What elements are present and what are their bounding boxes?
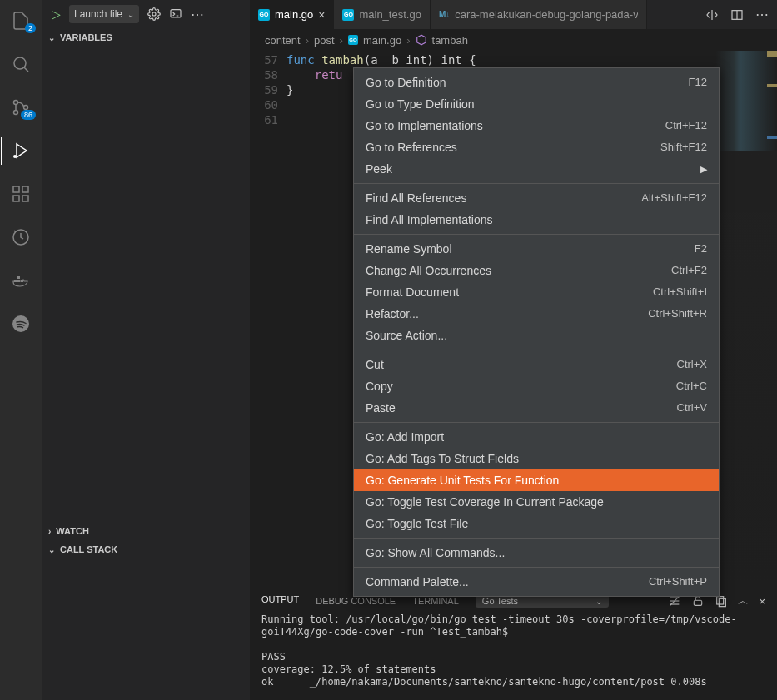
menu-shortcut: F12: [689, 75, 707, 90]
panel-tab-terminal[interactable]: TERMINAL: [412, 596, 459, 606]
watch-section[interactable]: › WATCH: [42, 522, 250, 540]
spotify-icon[interactable]: [1, 310, 41, 338]
panel-tab-output[interactable]: OUTPUT: [261, 594, 299, 608]
menu-item[interactable]: CopyCtrl+C: [354, 375, 719, 397]
menu-item[interactable]: Go: Toggle Test File: [354, 513, 719, 534]
more-icon[interactable]: ⋯: [755, 7, 769, 22]
chevron-up-icon[interactable]: ︿: [738, 593, 749, 608]
more-icon[interactable]: ⋯: [191, 7, 204, 22]
function-icon: [416, 34, 427, 46]
output-body[interactable]: Running tool: /usr/local/go/bin/go test …: [250, 613, 777, 700]
timeline-icon[interactable]: [1, 223, 41, 251]
svg-rect-26: [717, 597, 724, 604]
svg-rect-15: [17, 276, 20, 279]
svg-rect-7: [13, 186, 19, 192]
menu-item[interactable]: Find All Implementations: [354, 209, 719, 231]
chevron-down-icon: ⌄: [48, 545, 55, 554]
menu-item[interactable]: Go: Add Tags To Struct Fields: [354, 448, 719, 469]
menu-item[interactable]: Format DocumentCtrl+Shift+I: [354, 281, 719, 303]
crumb[interactable]: main.go: [363, 34, 401, 47]
menu-item-label: Find All References: [366, 191, 466, 206]
svg-rect-25: [695, 600, 702, 605]
docker-icon[interactable]: [1, 266, 41, 295]
menu-item-label: Copy: [366, 379, 393, 394]
menu-item[interactable]: Go to Type Definition: [354, 93, 719, 115]
menu-item[interactable]: Go: Generate Unit Tests For Function: [354, 469, 719, 491]
tab-main-test-go[interactable]: GO main_test.go: [334, 0, 430, 29]
svg-point-0: [14, 57, 26, 69]
run-debug-icon[interactable]: [1, 137, 41, 165]
debug-toolbar: ▷ Launch file ⌄ ⋯: [42, 0, 250, 28]
crumb[interactable]: content: [265, 34, 301, 47]
menu-item-label: Go: Toggle Test File: [366, 516, 468, 531]
menu-item[interactable]: Find All ReferencesAlt+Shift+F12: [354, 187, 719, 209]
line-numbers: 57 58 59 60 61: [250, 51, 286, 588]
menu-item-label: Cut: [366, 357, 384, 372]
menu-separator: [354, 567, 719, 568]
menu-item-label: Command Palette...: [366, 574, 469, 589]
menu-shortcut: Ctrl+F12: [665, 118, 707, 133]
menu-item[interactable]: Rename SymbolF2: [354, 238, 719, 260]
compare-icon[interactable]: [705, 8, 719, 22]
menu-item-label: Rename Symbol: [366, 241, 452, 256]
minimap[interactable]: [715, 51, 777, 588]
menu-item[interactable]: Refactor...Ctrl+Shift+R: [354, 303, 719, 325]
svg-line-1: [24, 67, 28, 72]
menu-shortcut: Ctrl+Shift+P: [649, 574, 707, 589]
gear-icon[interactable]: [147, 7, 161, 21]
menu-shortcut: Ctrl+F2: [671, 263, 707, 278]
menu-shortcut: Ctrl+V: [677, 400, 707, 415]
svg-rect-10: [22, 186, 28, 192]
close-icon[interactable]: ×: [318, 8, 325, 22]
explorer-icon[interactable]: 2: [1, 7, 41, 35]
tab-label: main_test.go: [359, 8, 421, 21]
variables-section[interactable]: ⌄ VARIABLES: [42, 28, 250, 47]
menu-item[interactable]: CutCtrl+X: [354, 354, 719, 375]
menu-item-label: Go: Generate Unit Tests For Function: [366, 473, 559, 488]
menu-item[interactable]: Change All OccurrencesCtrl+F2: [354, 260, 719, 281]
crumb[interactable]: tambah: [432, 34, 468, 47]
menu-item[interactable]: Go: Add Import: [354, 426, 719, 448]
search-icon[interactable]: [1, 50, 41, 78]
menu-item-label: Go: Add Tags To Struct Fields: [366, 451, 519, 466]
source-control-icon[interactable]: 86: [1, 93, 41, 122]
menu-item-label: Find All Implementations: [366, 212, 493, 227]
panel-tab-debug[interactable]: DEBUG CONSOLE: [316, 596, 396, 606]
start-debug-icon[interactable]: ▷: [52, 7, 61, 21]
menu-item[interactable]: Peek▶: [354, 158, 719, 180]
menu-item[interactable]: Go to ReferencesShift+F12: [354, 137, 719, 158]
menu-item-label: Source Action...: [366, 328, 447, 343]
extensions-icon[interactable]: [1, 180, 41, 208]
chevron-right-icon: ›: [340, 34, 343, 47]
bottom-panel: OUTPUT DEBUG CONSOLE TERMINAL Go Tests ⌄…: [250, 588, 777, 700]
callstack-section[interactable]: ⌄ CALL STACK: [42, 540, 250, 559]
chevron-right-icon: ›: [406, 34, 410, 47]
menu-item[interactable]: Go: Toggle Test Coverage In Current Pack…: [354, 491, 719, 513]
breadcrumb[interactable]: content › post › GO main.go › tambah: [250, 29, 777, 51]
svg-point-17: [152, 12, 156, 16]
tab-main-go[interactable]: GO main.go ×: [250, 0, 334, 29]
menu-item[interactable]: Command Palette...Ctrl+Shift+P: [354, 571, 719, 593]
menu-item[interactable]: Source Action...: [354, 325, 719, 346]
menu-item[interactable]: Go: Show All Commands...: [354, 542, 719, 563]
debug-console-icon[interactable]: [169, 7, 182, 21]
explorer-badge: 2: [25, 23, 36, 33]
launch-config-select[interactable]: Launch file ⌄: [69, 5, 139, 23]
menu-item-label: Go to Type Definition: [366, 97, 474, 112]
tab-markdown-doc[interactable]: M↓ cara-melakukan-debug-golang-pada-vsc: [431, 0, 647, 29]
split-editor-icon[interactable]: [730, 8, 744, 22]
menu-shortcut: Ctrl+C: [676, 379, 707, 394]
crumb[interactable]: post: [314, 34, 335, 47]
chevron-right-icon: ›: [48, 527, 51, 536]
menu-item[interactable]: PasteCtrl+V: [354, 397, 719, 419]
menu-shortcut: Ctrl+Shift+I: [653, 285, 707, 300]
svg-point-2: [14, 101, 18, 105]
watch-label: WATCH: [56, 526, 89, 536]
callstack-label: CALL STACK: [60, 544, 117, 554]
menu-item[interactable]: Go to DefinitionF12: [354, 72, 719, 93]
editor-context-menu[interactable]: Go to DefinitionF12Go to Type Definition…: [353, 67, 720, 597]
menu-item-label: Go: Toggle Test Coverage In Current Pack…: [366, 494, 604, 509]
menu-item[interactable]: Go to ImplementationsCtrl+F12: [354, 115, 719, 137]
menu-item-label: Go to Definition: [366, 75, 446, 90]
close-panel-icon[interactable]: ×: [759, 595, 765, 608]
